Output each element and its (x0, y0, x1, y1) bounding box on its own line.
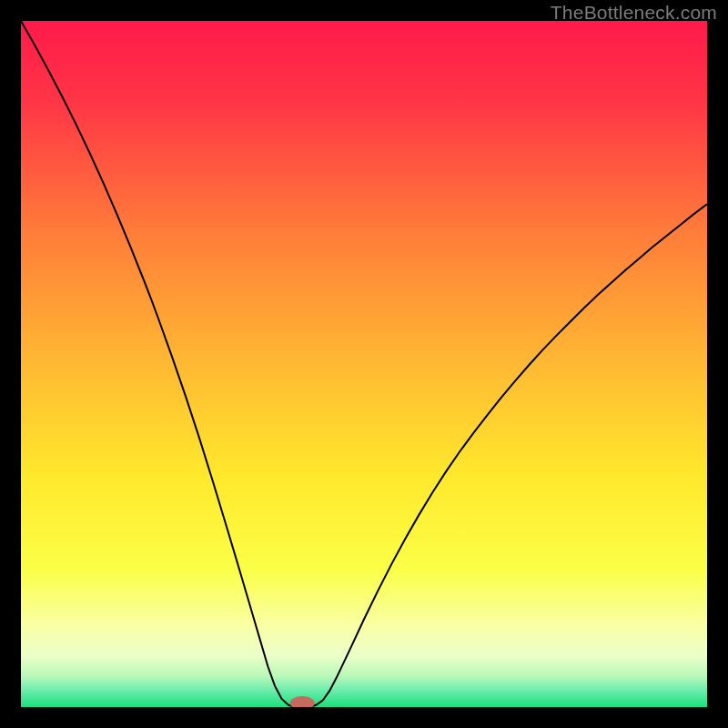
plot-area (21, 21, 707, 707)
gradient-background (21, 21, 707, 707)
watermark-text: TheBottleneck.com (551, 2, 717, 24)
chart-svg (21, 21, 707, 707)
chart-outer-frame: TheBottleneck.com (0, 0, 728, 728)
